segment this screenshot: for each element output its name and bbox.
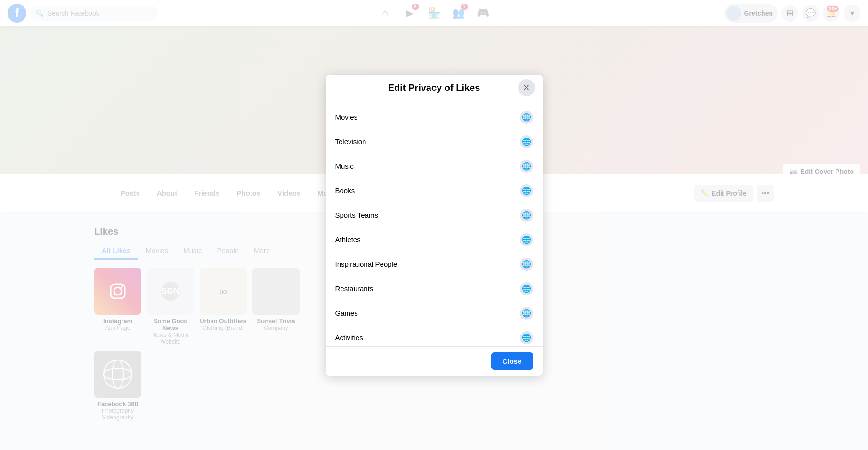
modal-row-label: Books: [335, 187, 355, 195]
privacy-globe-icon[interactable]: 🌐: [520, 111, 533, 124]
modal-row-label: Activities: [335, 334, 363, 342]
modal-list-item[interactable]: Inspirational People🌐: [326, 252, 543, 277]
modal-list-item[interactable]: Restaurants🌐: [326, 277, 543, 301]
close-modal-button[interactable]: Close: [491, 352, 533, 370]
modal-list-item[interactable]: Television🌐: [326, 130, 543, 154]
privacy-globe-icon[interactable]: 🌐: [520, 233, 533, 246]
modal-footer: Close: [326, 346, 543, 376]
privacy-globe-icon[interactable]: 🌐: [520, 307, 533, 320]
privacy-globe-icon[interactable]: 🌐: [520, 258, 533, 271]
modal-list-item[interactable]: Games🌐: [326, 301, 543, 326]
privacy-globe-icon[interactable]: 🌐: [520, 135, 533, 148]
modal-row-label: Movies: [335, 113, 358, 121]
modal-row-label: Television: [335, 138, 366, 146]
modal-list-item[interactable]: Sports Teams🌐: [326, 203, 543, 228]
modal-header: Edit Privacy of Likes ✕: [326, 75, 543, 101]
privacy-globe-icon[interactable]: 🌐: [520, 282, 533, 295]
privacy-globe-icon[interactable]: 🌐: [520, 160, 533, 173]
modal-body: Movies🌐Television🌐Music🌐Books🌐Sports Tea…: [326, 101, 543, 346]
privacy-globe-icon[interactable]: 🌐: [520, 209, 533, 222]
edit-privacy-modal: Edit Privacy of Likes ✕ Movies🌐Televisio…: [326, 75, 543, 376]
modal-close-button[interactable]: ✕: [518, 79, 535, 96]
modal-list-item[interactable]: Movies🌐: [326, 105, 543, 130]
modal-row-label: Music: [335, 162, 354, 170]
privacy-globe-icon[interactable]: 🌐: [520, 331, 533, 344]
privacy-globe-icon[interactable]: 🌐: [520, 184, 533, 197]
modal-list-item[interactable]: Athletes🌐: [326, 228, 543, 252]
modal-row-label: Athletes: [335, 236, 361, 244]
modal-title: Edit Privacy of Likes: [388, 82, 480, 93]
modal-row-label: Games: [335, 309, 358, 317]
modal-row-label: Inspirational People: [335, 260, 397, 268]
modal-row-label: Sports Teams: [335, 211, 378, 219]
modal-list-item[interactable]: Music🌐: [326, 154, 543, 179]
modal-list-item[interactable]: Activities🌐: [326, 326, 543, 346]
modal-row-label: Restaurants: [335, 285, 373, 293]
modal-list-item[interactable]: Books🌐: [326, 179, 543, 203]
